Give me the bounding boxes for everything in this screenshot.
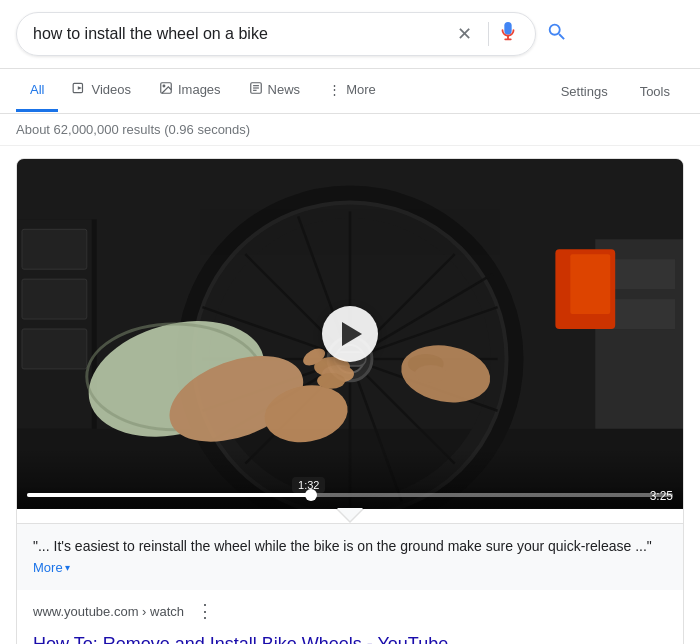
svg-point-3 xyxy=(163,85,165,87)
chevron-down-icon: ▾ xyxy=(65,560,70,575)
tabs-right: Settings Tools xyxy=(547,72,684,111)
tab-more[interactable]: ⋮ More xyxy=(314,70,390,112)
tab-news-label: News xyxy=(268,82,301,97)
video-thumbnail[interactable]: 1:32 3:25 xyxy=(17,159,683,509)
end-time: 3:25 xyxy=(650,489,673,503)
svg-rect-14 xyxy=(570,254,610,314)
tools-tab[interactable]: Tools xyxy=(626,72,684,111)
tabs-container: All Videos Images News ⋮ More xyxy=(0,69,700,114)
progress-thumb[interactable] xyxy=(305,489,317,501)
svg-rect-18 xyxy=(22,279,87,319)
caption-more-label: More xyxy=(33,558,63,578)
results-info: About 62,000,000 results (0.96 seconds) xyxy=(0,114,700,146)
svg-marker-1 xyxy=(78,86,82,90)
search-bar: ✕ xyxy=(16,12,536,56)
tabs-left: All Videos Images News ⋮ More xyxy=(16,69,543,113)
tab-more-label: More xyxy=(346,82,376,97)
settings-tab[interactable]: Settings xyxy=(547,72,622,111)
svg-point-48 xyxy=(317,373,345,389)
progress-bar-area: 1:32 3:25 xyxy=(17,485,683,509)
video-result-card: 1:32 3:25 "... It's easiest to reinstall… xyxy=(16,158,684,644)
play-triangle-icon xyxy=(342,322,362,346)
svg-rect-17 xyxy=(22,229,87,269)
tab-news[interactable]: News xyxy=(235,69,315,113)
progress-track[interactable] xyxy=(27,493,673,497)
svg-rect-19 xyxy=(22,329,87,369)
video-caption: "... It's easiest to reinstall the wheel… xyxy=(17,523,683,590)
video-pointer xyxy=(336,509,364,523)
tab-images[interactable]: Images xyxy=(145,69,235,113)
play-button[interactable] xyxy=(322,306,378,362)
tab-all-label: All xyxy=(30,82,44,97)
images-icon xyxy=(159,81,173,98)
clear-icon[interactable]: ✕ xyxy=(457,23,472,45)
more-dots-icon: ⋮ xyxy=(328,82,341,97)
svg-rect-11 xyxy=(605,259,675,289)
videos-icon xyxy=(72,81,86,98)
search-button[interactable] xyxy=(546,21,568,47)
tab-all[interactable]: All xyxy=(16,70,58,112)
url-options-icon[interactable]: ⋮ xyxy=(196,600,214,622)
url-row: www.youtube.com › watch ⋮ xyxy=(17,590,683,628)
caption-more-link[interactable]: More ▾ xyxy=(33,558,70,578)
svg-point-52 xyxy=(415,365,447,383)
tab-videos[interactable]: Videos xyxy=(58,69,145,113)
caption-text: "... It's easiest to reinstall the wheel… xyxy=(33,538,652,554)
search-bar-container: ✕ xyxy=(0,0,700,69)
divider xyxy=(488,22,489,46)
url-display: www.youtube.com › watch xyxy=(33,604,184,619)
tab-videos-label: Videos xyxy=(91,82,131,97)
progress-fill xyxy=(27,493,311,497)
video-title-container: How To: Remove and Install Bike Wheels -… xyxy=(17,628,683,644)
mic-icon[interactable] xyxy=(497,21,519,47)
video-title-link[interactable]: How To: Remove and Install Bike Wheels -… xyxy=(33,634,448,644)
svg-rect-12 xyxy=(605,299,675,329)
search-input[interactable] xyxy=(33,25,457,43)
tab-images-label: Images xyxy=(178,82,221,97)
news-icon xyxy=(249,81,263,98)
